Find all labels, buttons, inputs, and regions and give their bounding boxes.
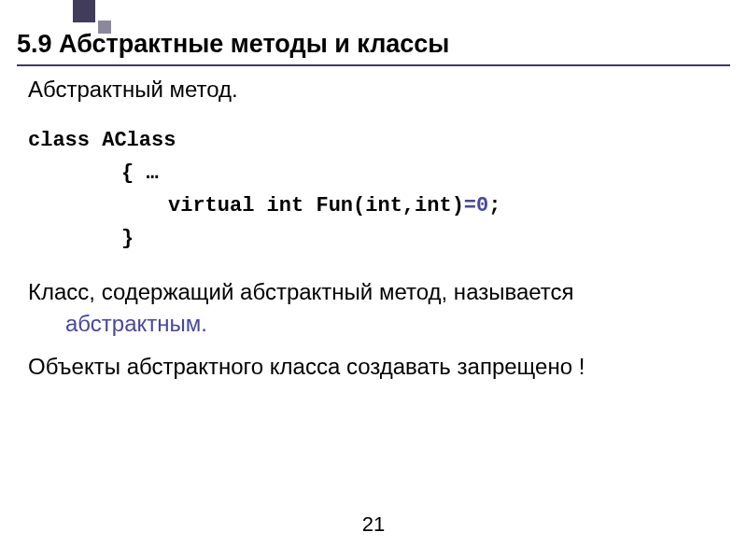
code-line-4: } bbox=[121, 227, 719, 250]
warning-text: Объекты абстрактного класса создавать за… bbox=[28, 354, 719, 380]
description-highlighted: абстрактным. bbox=[65, 308, 719, 340]
code-line-3: virtual int Fun(int,int)=0; bbox=[168, 194, 719, 217]
code-text: virtual int Fun(int,int) bbox=[168, 194, 464, 217]
slide-title: 5.9 Абстрактные методы и классы bbox=[17, 30, 730, 59]
code-highlight: =0 bbox=[464, 194, 488, 217]
slide-content: Абстрактный метод. class AClass { … virt… bbox=[28, 77, 719, 380]
subtitle: Абстрактный метод. bbox=[28, 77, 719, 103]
decoration-square-large bbox=[73, 0, 95, 22]
slide-title-container: 5.9 Абстрактные методы и классы bbox=[17, 30, 730, 66]
slide-decoration bbox=[0, 0, 131, 33]
code-line-2: { … bbox=[121, 161, 719, 185]
description-text: Класс, содержащий абстрактный метод, наз… bbox=[28, 279, 574, 304]
description-paragraph: Класс, содержащий абстрактный метод, наз… bbox=[28, 276, 719, 339]
code-text: ; bbox=[488, 194, 500, 217]
code-line-1: class AClass bbox=[28, 129, 719, 152]
code-block: class AClass { … virtual int Fun(int,int… bbox=[28, 129, 719, 250]
page-number: 21 bbox=[362, 512, 385, 537]
